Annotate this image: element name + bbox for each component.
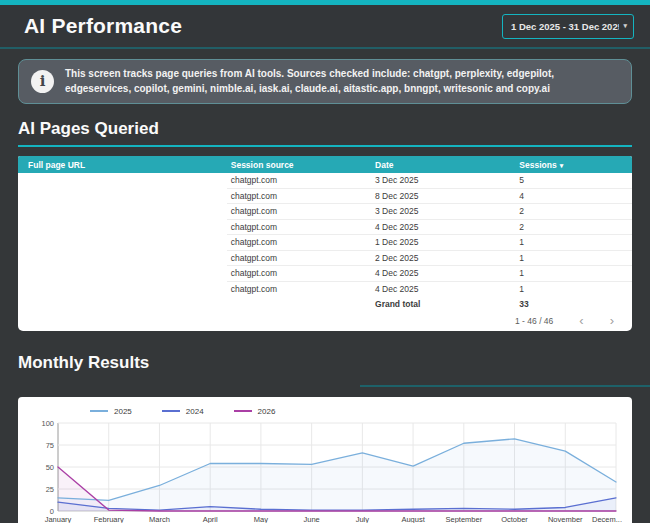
monthly-results-chart: 0255075100JanuaryFebruaryMarchAprilMayJu… <box>28 417 622 523</box>
svg-text:October: October <box>501 515 528 523</box>
table-row: chatgpt.com8 Dec 20254 <box>18 189 632 205</box>
legend-label: 2025 <box>114 407 132 416</box>
legend-item-2024[interactable]: 2024 <box>162 407 204 416</box>
column-header-full-page-url[interactable]: Full page URL <box>18 160 227 170</box>
svg-text:75: 75 <box>46 441 54 450</box>
table-row: chatgpt.com2 Dec 20251 <box>18 251 632 267</box>
table-row: chatgpt.com1 Dec 20251 <box>18 235 632 251</box>
cell-url <box>18 266 227 282</box>
svg-text:Decem...: Decem... <box>592 515 622 523</box>
table-row: chatgpt.com4 Dec 20251 <box>18 266 632 282</box>
date-range-label: 1 Dec 2025 - 31 Dec 2025 <box>511 21 619 32</box>
info-banner: i This screen tracks page queries from A… <box>18 59 632 104</box>
svg-text:November: November <box>548 515 583 523</box>
svg-text:50: 50 <box>46 463 54 472</box>
cell-source: chatgpt.com <box>227 282 371 298</box>
pagination-prev-icon[interactable]: ‹ <box>575 314 587 327</box>
cell-date: 3 Dec 2025 <box>371 204 515 220</box>
cell-url <box>18 204 227 220</box>
cell-sessions: 1 <box>515 235 632 251</box>
cell-date: 8 Dec 2025 <box>371 189 515 205</box>
cell-date: 3 Dec 2025 <box>371 173 515 189</box>
cell-sessions: 4 <box>515 189 632 205</box>
monthly-results-chart-card: 202520242026 0255075100JanuaryFebruaryMa… <box>18 397 632 523</box>
cell-source: chatgpt.com <box>227 189 371 205</box>
cell-sessions: 1 <box>515 266 632 282</box>
main-content: i This screen tracks page queries from A… <box>0 49 650 523</box>
cell-url <box>18 173 227 189</box>
table-row: chatgpt.com3 Dec 20252 <box>18 204 632 220</box>
table-row: chatgpt.com4 Dec 20252 <box>18 220 632 236</box>
grand-total-value: 33 <box>515 299 632 309</box>
cell-source: chatgpt.com <box>227 204 371 220</box>
svg-text:August: August <box>401 515 425 523</box>
svg-text:February: February <box>94 515 124 523</box>
table-row: chatgpt.com3 Dec 20255 <box>18 173 632 189</box>
app-header: AI Performance 1 Dec 2025 - 31 Dec 2025 … <box>0 5 650 47</box>
cell-url <box>18 251 227 267</box>
date-range-button[interactable]: 1 Dec 2025 - 31 Dec 2025 ▾ <box>502 14 634 39</box>
svg-text:100: 100 <box>41 419 54 428</box>
chevron-down-icon: ▾ <box>623 22 627 30</box>
info-banner-text: This screen tracks page queries from AI … <box>65 67 619 96</box>
table-body: chatgpt.com3 Dec 20255chatgpt.com8 Dec 2… <box>18 173 632 297</box>
column-header-sessions[interactable]: Sessions▾ <box>515 160 632 170</box>
sort-descending-icon: ▾ <box>560 162 564 169</box>
cell-url <box>18 220 227 236</box>
cell-source: chatgpt.com <box>227 220 371 236</box>
section-underline <box>18 145 632 147</box>
cell-sessions: 2 <box>515 204 632 220</box>
monthly-results-header: Monthly Results <box>18 353 632 373</box>
table-header-row: Full page URL Session source Date Sessio… <box>18 156 632 173</box>
legend-label: 2024 <box>186 407 204 416</box>
grand-total-label: Grand total <box>371 299 515 309</box>
legend-item-2025[interactable]: 2025 <box>90 407 132 416</box>
svg-text:January: January <box>45 515 72 523</box>
section-title-ai-pages-queried: AI Pages Queried <box>18 119 632 139</box>
column-header-session-source[interactable]: Session source <box>227 160 371 170</box>
svg-text:25: 25 <box>46 485 54 494</box>
svg-text:June: June <box>304 515 320 523</box>
grand-total-row: Grand total 33 <box>18 297 632 310</box>
svg-text:September: September <box>445 515 482 523</box>
svg-text:May: May <box>254 515 268 523</box>
ai-pages-table: Full page URL Session source Date Sessio… <box>18 156 632 331</box>
cell-date: 4 Dec 2025 <box>371 220 515 236</box>
cell-source: chatgpt.com <box>227 251 371 267</box>
legend-swatch <box>162 410 180 412</box>
cell-sessions: 2 <box>515 220 632 236</box>
legend-label: 2026 <box>258 407 276 416</box>
page-title: AI Performance <box>24 14 182 38</box>
section-title-monthly-results: Monthly Results <box>18 353 632 373</box>
cell-date: 1 Dec 2025 <box>371 235 515 251</box>
pagination-next-icon[interactable]: › <box>606 314 618 327</box>
column-header-date[interactable]: Date <box>371 160 515 170</box>
cell-url <box>18 282 227 298</box>
legend-swatch <box>90 410 108 412</box>
cell-url <box>18 189 227 205</box>
legend-swatch <box>234 410 252 412</box>
chart-legend: 202520242026 <box>28 405 622 417</box>
cell-date: 4 Dec 2025 <box>371 282 515 298</box>
cell-sessions: 1 <box>515 282 632 298</box>
cell-date: 2 Dec 2025 <box>371 251 515 267</box>
cell-sessions: 5 <box>515 173 632 189</box>
cell-source: chatgpt.com <box>227 266 371 282</box>
info-icon: i <box>31 70 54 93</box>
legend-item-2026[interactable]: 2026 <box>234 407 276 416</box>
table-pagination: 1 - 46 / 46 ‹ › <box>18 310 632 331</box>
monthly-divider-line <box>360 385 650 387</box>
cell-sessions: 1 <box>515 251 632 267</box>
svg-text:July: July <box>356 515 370 523</box>
cell-url <box>18 235 227 251</box>
cell-date: 4 Dec 2025 <box>371 266 515 282</box>
svg-text:March: March <box>149 515 170 523</box>
pagination-range: 1 - 46 / 46 <box>515 316 553 326</box>
svg-text:April: April <box>203 515 218 523</box>
cell-source: chatgpt.com <box>227 235 371 251</box>
table-row: chatgpt.com4 Dec 20251 <box>18 282 632 298</box>
cell-source: chatgpt.com <box>227 173 371 189</box>
